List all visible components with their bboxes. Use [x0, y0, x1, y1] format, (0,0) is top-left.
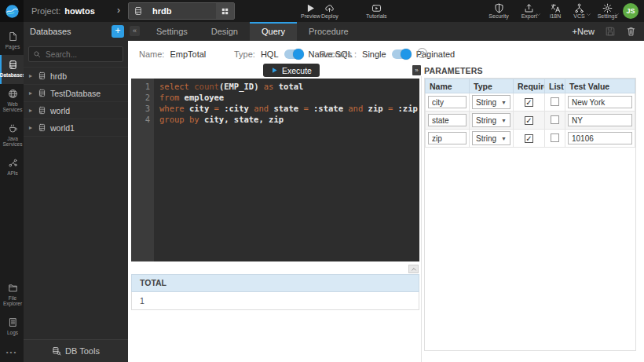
- database-item-testdatabase[interactable]: ▸TestDatabase: [24, 84, 128, 101]
- help-icon[interactable]: ?: [417, 48, 427, 58]
- results-header: TOTAL: [131, 274, 419, 292]
- editor-gutter: 1234: [131, 79, 154, 261]
- param-list-checkbox[interactable]: [551, 133, 559, 142]
- new-query-button[interactable]: +New: [573, 27, 595, 36]
- param-type-select[interactable]: String▼: [472, 131, 510, 145]
- sidebar-item-logs[interactable]: Logs: [0, 313, 24, 341]
- sql-token: total: [279, 82, 304, 91]
- tab-settings[interactable]: Settings: [145, 22, 199, 41]
- records-toggle[interactable]: [392, 49, 411, 59]
- query-name-value[interactable]: EmpTotal: [170, 49, 206, 59]
- chevron-down-icon: [586, 6, 591, 12]
- tabbar-actions: +New: [573, 22, 644, 41]
- database-item-world[interactable]: ▸world: [24, 101, 128, 119]
- app-logo[interactable]: [0, 0, 24, 22]
- param-name-input[interactable]: [428, 96, 467, 108]
- param-required-checkbox[interactable]: ✓: [525, 98, 533, 107]
- param-test-value-input[interactable]: [568, 96, 632, 108]
- sql-token: :city: [224, 104, 254, 113]
- sidebar-more-button[interactable]: •••: [0, 341, 24, 362]
- save-icon[interactable]: [605, 26, 616, 37]
- type-toggle-knob: [293, 49, 304, 60]
- caret-right-icon[interactable]: ▸: [29, 124, 34, 131]
- sidebar-item-databases[interactable]: Databases: [0, 55, 24, 83]
- sql-line: select count(EMP_ID) as total: [159, 81, 419, 92]
- i18n-label: i18N: [550, 13, 561, 19]
- export-action[interactable]: Export: [521, 2, 537, 19]
- editor-code[interactable]: select count(EMP_ID) as totalfrom employ…: [154, 79, 419, 261]
- play-icon: [306, 3, 316, 13]
- sidebar-item-pages[interactable]: Pages: [0, 27, 24, 55]
- sql-editor[interactable]: 1234 select count(EMP_ID) as totalfrom e…: [131, 79, 419, 261]
- sql-token: =: [214, 104, 225, 113]
- sidebar-item-label: APIs: [7, 170, 18, 176]
- param-test-value-input[interactable]: [568, 132, 632, 144]
- type-toggle[interactable]: [284, 49, 303, 59]
- vcs-action[interactable]: VCS: [573, 2, 584, 19]
- param-required-checkbox[interactable]: ✓: [525, 116, 533, 125]
- sidebar-item-label: Pages: [5, 44, 20, 49]
- param-type-select[interactable]: String▼: [472, 95, 510, 109]
- execute-button[interactable]: Execute: [263, 64, 320, 77]
- add-database-button[interactable]: +: [112, 25, 124, 38]
- param-col-test-value: Test Value: [565, 79, 635, 93]
- database-item-world1[interactable]: ▸world1: [24, 119, 128, 137]
- database-item-hrdb[interactable]: ▸hrdb: [24, 67, 128, 84]
- databases-panel-header: Databases +: [24, 22, 128, 41]
- security-label: Security: [488, 13, 508, 19]
- database-selector[interactable]: hrdb: [128, 2, 235, 20]
- param-list-checkbox[interactable]: [551, 97, 559, 106]
- preview-action[interactable]: Preview: [301, 2, 320, 19]
- tab-design[interactable]: Design: [199, 22, 250, 41]
- param-test-value-input[interactable]: [568, 114, 632, 126]
- param-required-checkbox[interactable]: ✓: [525, 134, 533, 143]
- caret-right-icon[interactable]: ▸: [29, 90, 34, 97]
- api-icon: [8, 158, 18, 168]
- sql-token: city, state, zip: [204, 115, 284, 124]
- i18n-action[interactable]: i18N: [550, 2, 561, 19]
- sql-token: state: [273, 104, 303, 113]
- collapse-results-button[interactable]: [408, 265, 419, 273]
- deploy-action[interactable]: Deploy: [321, 2, 338, 19]
- parameters-header-row: NameTypeRequiredListTest Value: [426, 79, 635, 93]
- tab-bar: « SettingsDesignQueryProcedure +New: [128, 22, 644, 41]
- database-item-label: hrdb: [50, 71, 67, 81]
- database-search-input[interactable]: [44, 49, 119, 60]
- deploy-label: Deploy: [321, 13, 338, 19]
- video-icon: [371, 3, 382, 13]
- db-tools-button[interactable]: DB Tools: [24, 339, 128, 362]
- logs-icon: [8, 317, 18, 327]
- param-type-select[interactable]: String▼: [472, 113, 510, 127]
- param-name-input[interactable]: [428, 114, 467, 126]
- tutorials-action[interactable]: Tutorials: [366, 2, 387, 19]
- sql-token: employee: [185, 93, 225, 102]
- sidebar-item-apis[interactable]: APIs: [0, 153, 24, 181]
- db-tools-label: DB Tools: [65, 346, 100, 356]
- sidebar-item-java-services[interactable]: Java Services: [0, 119, 24, 153]
- parameters-title: PARAMETERS: [424, 66, 483, 75]
- sidebar-item-web-services[interactable]: Web Services: [0, 84, 24, 119]
- caret-right-icon[interactable]: ▸: [29, 107, 34, 114]
- expand-parameters-button[interactable]: »: [412, 65, 421, 75]
- user-avatar[interactable]: JS: [623, 3, 639, 19]
- sql-token: =: [388, 104, 398, 113]
- grid-icon[interactable]: [216, 3, 234, 19]
- line-number: 2: [131, 92, 150, 103]
- sql-token: :zip: [398, 104, 418, 113]
- export-label: Export: [521, 13, 537, 19]
- cloud-upload-icon: [324, 3, 335, 13]
- tab-procedure[interactable]: Procedure: [297, 22, 360, 41]
- security-action[interactable]: Security: [488, 2, 508, 19]
- trash-icon[interactable]: [626, 26, 636, 37]
- caret-right-icon[interactable]: ▸: [29, 72, 34, 79]
- settings-action[interactable]: Settings: [598, 2, 617, 19]
- tab-query[interactable]: Query: [250, 22, 297, 41]
- export-icon: [524, 3, 534, 13]
- collapse-panel-button[interactable]: «: [130, 26, 140, 36]
- coffee-icon: [8, 123, 18, 133]
- sidebar-item-file-explorer[interactable]: File Explorer: [0, 278, 24, 313]
- sidebar-item-label: Databases: [0, 72, 25, 78]
- param-name-input[interactable]: [428, 132, 467, 144]
- shield-icon: [494, 3, 504, 13]
- param-list-checkbox[interactable]: [551, 115, 559, 124]
